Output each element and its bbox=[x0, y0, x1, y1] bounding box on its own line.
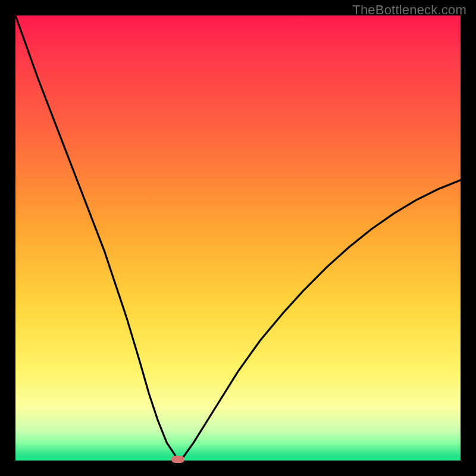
bottleneck-curve bbox=[15, 15, 461, 461]
watermark-text: TheBottleneck.com bbox=[352, 2, 466, 18]
optimal-point-marker bbox=[171, 456, 184, 463]
chart-frame: TheBottleneck.com bbox=[0, 0, 476, 476]
plot-area bbox=[15, 15, 461, 461]
